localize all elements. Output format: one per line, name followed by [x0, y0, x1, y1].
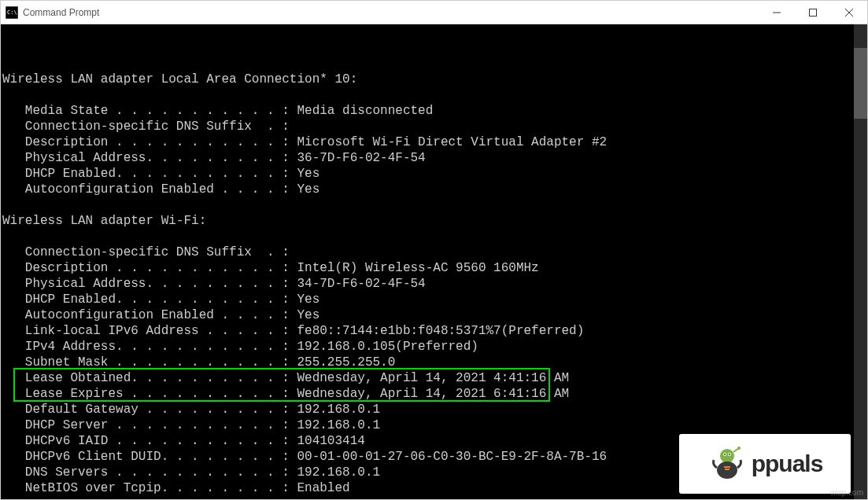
terminal-line	[2, 229, 867, 244]
terminal-line: Link-local IPv6 Address . . . . . : fe80…	[2, 323, 867, 339]
appuals-watermark: ppuals	[679, 434, 851, 494]
terminal-line: Physical Address. . . . . . . . . : 36-7…	[2, 150, 867, 166]
watermark-text: ppuals	[752, 450, 823, 477]
terminal-line: IPv4 Address. . . . . . . . . . . : 192.…	[2, 339, 867, 355]
terminal-line: Media State . . . . . . . . . . . : Medi…	[2, 103, 867, 119]
close-button[interactable]	[831, 1, 867, 24]
svg-rect-13	[725, 469, 729, 470]
terminal-line: Wireless LAN adapter Local Area Connecti…	[2, 72, 867, 87]
svg-rect-3	[810, 9, 817, 16]
small-watermark: wisp.com	[830, 488, 863, 497]
terminal-line: Lease Obtained. . . . . . . . . . : Wedn…	[2, 370, 867, 386]
terminal-line: Autoconfiguration Enabled . . . . : Yes	[2, 182, 867, 197]
svg-point-10	[729, 454, 730, 455]
terminal-line: Connection-specific DNS Suffix . :	[2, 244, 867, 260]
terminal-line: Wireless LAN adapter Wi-Fi:	[2, 213, 867, 229]
scrollbar-thumb[interactable]	[854, 48, 867, 119]
cmd-icon: C:\	[6, 6, 18, 19]
minimize-button[interactable]	[759, 1, 795, 24]
svg-rect-12	[724, 466, 730, 468]
terminal-line	[2, 87, 867, 103]
terminal-line: Subnet Mask . . . . . . . . . . . : 255.…	[2, 355, 867, 370]
terminal-line: DHCP Server . . . . . . . . . . . : 192.…	[2, 417, 867, 433]
terminal-line	[2, 56, 867, 72]
terminal-line	[2, 197, 867, 213]
terminal-line: DHCP Enabled. . . . . . . . . . . : Yes	[2, 292, 867, 307]
terminal-line: Connection-specific DNS Suffix . :	[2, 119, 867, 134]
window-controls	[759, 1, 867, 24]
titlebar[interactable]: C:\ Command Prompt	[1, 1, 867, 24]
window-title: Command Prompt	[23, 7, 759, 18]
svg-point-14	[737, 447, 741, 450]
command-prompt-window: C:\ Command Prompt Wireless LAN adapter …	[0, 0, 868, 500]
terminal-line: Description . . . . . . . . . . . : Micr…	[2, 134, 867, 150]
terminal-line: Physical Address. . . . . . . . . : 34-7…	[2, 276, 867, 292]
svg-point-6	[720, 449, 734, 463]
terminal-line: DHCP Enabled. . . . . . . . . . . : Yes	[2, 166, 867, 182]
terminal-line: Default Gateway . . . . . . . . . : 192.…	[2, 402, 867, 417]
svg-text:C:\: C:\	[7, 9, 17, 16]
terminal-line: Autoconfiguration Enabled . . . . : Yes	[2, 307, 867, 323]
terminal-content: Wireless LAN adapter Local Area Connecti…	[1, 56, 867, 499]
terminal-area[interactable]: Wireless LAN adapter Local Area Connecti…	[1, 24, 867, 499]
svg-point-9	[724, 454, 726, 455]
terminal-line: Lease Expires . . . . . . . . . . : Wedn…	[2, 386, 867, 402]
terminal-line: Description . . . . . . . . . . . : Inte…	[2, 260, 867, 276]
scrollbar-track[interactable]	[854, 24, 867, 499]
terminal-line	[2, 496, 867, 499]
appuals-logo-icon	[707, 444, 747, 483]
maximize-button[interactable]	[795, 1, 831, 24]
